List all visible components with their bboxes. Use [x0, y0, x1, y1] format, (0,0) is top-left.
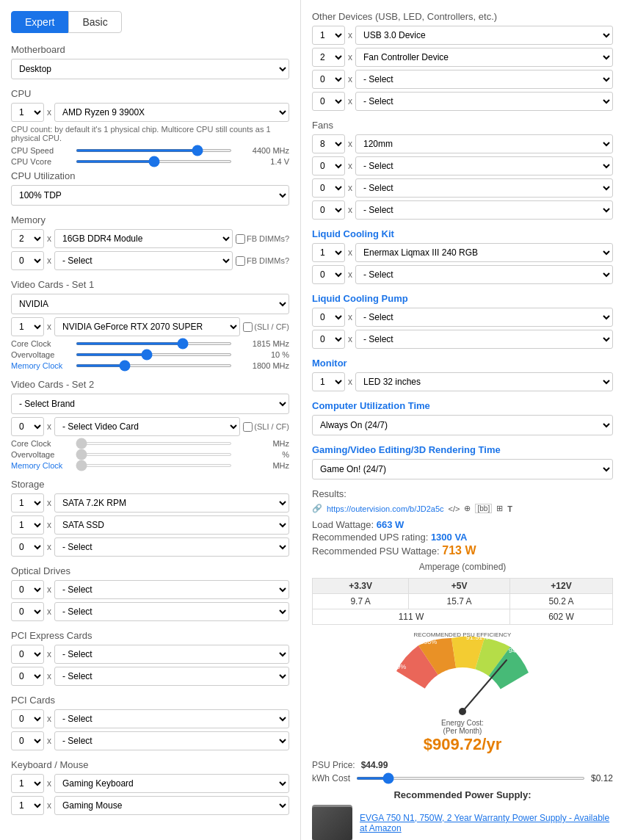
- mem1-qty-select[interactable]: 2: [11, 229, 44, 248]
- fan2-name-select[interactable]: - Select: [355, 156, 613, 175]
- lp1-qty-select[interactable]: 0: [312, 308, 345, 327]
- energy-value: $909.72/yr: [312, 735, 613, 754]
- storage3-name-select[interactable]: - Select: [54, 537, 289, 557]
- other4-name-select[interactable]: - Select: [355, 92, 613, 111]
- cpu-vcore-slider[interactable]: [76, 160, 232, 163]
- video2-sli-checkbox[interactable]: [243, 422, 253, 432]
- keyboard-qty-select[interactable]: 1: [11, 774, 44, 793]
- other4-qty-select[interactable]: 0: [312, 92, 345, 111]
- video1-mem-slider[interactable]: [76, 364, 232, 367]
- keyboard-name-select[interactable]: Gaming Keyboard: [54, 774, 289, 793]
- mem2-fb-checkbox[interactable]: [236, 256, 245, 266]
- video2-ov-slider[interactable]: [76, 453, 232, 456]
- optical-label: Optical Drives: [11, 565, 289, 576]
- gaming-time-label: Gaming/Video Editing/3D Rendering Time: [312, 444, 613, 455]
- other2-row: 2 x Fan Controller Device: [312, 48, 613, 67]
- fan4-name-select[interactable]: - Select: [355, 200, 613, 220]
- liquid-kit-section: Liquid Cooling Kit 1 x Enermax Liqmax II…: [312, 228, 613, 284]
- other3-qty-select[interactable]: 0: [312, 70, 345, 89]
- pcie1-qty-select[interactable]: 0: [11, 645, 44, 664]
- video1-ov-slider[interactable]: [76, 353, 232, 356]
- gaming-time-select[interactable]: Game On! (24/7): [312, 459, 613, 479]
- cpu-qty-select[interactable]: 1: [11, 103, 44, 122]
- fan1-qty-select[interactable]: 8: [312, 134, 345, 153]
- computer-time-select[interactable]: Always On (24/7): [312, 415, 613, 435]
- results-link[interactable]: https://outervision.com/b/JD2a5c: [327, 504, 444, 513]
- optical1-name-select[interactable]: - Select: [54, 580, 289, 599]
- memory-row2: 0 x - Select FB DIMMs?: [11, 251, 289, 270]
- optical1-qty-select[interactable]: 0: [11, 580, 44, 599]
- storage2-name-select[interactable]: SATA SSD: [54, 515, 289, 535]
- pci2-name-select[interactable]: - Select: [54, 731, 289, 750]
- fan3-qty-select[interactable]: 0: [312, 178, 345, 198]
- video1-core-slider[interactable]: [76, 342, 232, 345]
- mouse-qty-select[interactable]: 1: [11, 796, 44, 815]
- psu-link[interactable]: EVGA 750 N1, 750W, 2 Year Warranty Power…: [360, 813, 613, 833]
- cpu-name-select[interactable]: AMD Ryzen 9 3900X: [54, 103, 289, 122]
- lp2-qty-select[interactable]: 0: [312, 330, 345, 349]
- video2-brand-select[interactable]: - Select Brand: [11, 394, 289, 414]
- gaming-time-section: Gaming/Video Editing/3D Rendering Time G…: [312, 444, 613, 479]
- pcie1-name-select[interactable]: - Select: [54, 645, 289, 664]
- ups-row: Recommended UPS rating: 1300 VA: [312, 532, 613, 543]
- pci1-name-select[interactable]: - Select: [54, 709, 289, 728]
- other2-qty-select[interactable]: 2: [312, 48, 345, 67]
- pcie2-name-select[interactable]: - Select: [54, 667, 289, 686]
- lk1-qty-select[interactable]: 1: [312, 243, 345, 262]
- video1-brand-select[interactable]: NVIDIA: [11, 294, 289, 314]
- cpu-speed-slider[interactable]: [76, 149, 232, 152]
- lp2-name-select[interactable]: - Select: [355, 330, 613, 349]
- fan2-qty-select[interactable]: 0: [312, 156, 345, 175]
- storage-row3: 0 x - Select: [11, 537, 289, 557]
- mem1-fb-checkbox[interactable]: [236, 234, 245, 244]
- monitor-qty-select[interactable]: 1: [312, 372, 345, 391]
- video1-sli-checkbox[interactable]: [243, 322, 253, 332]
- video2-name-select[interactable]: - Select Video Card: [54, 417, 240, 436]
- video1-qty-select[interactable]: 1: [11, 317, 44, 336]
- keyboard-label: Keyboard / Mouse: [11, 759, 289, 770]
- optical2-name-select[interactable]: - Select: [54, 602, 289, 621]
- tab-basic[interactable]: Basic: [68, 11, 121, 33]
- rec-psu-label: Recommended Power Supply:: [312, 789, 613, 800]
- cpu-vcore-row: CPU Vcore 1.4 V: [11, 157, 289, 166]
- lk2-name-select[interactable]: - Select: [355, 265, 613, 284]
- monitor-name-select[interactable]: LED 32 inches: [355, 372, 613, 391]
- fan1-name-select[interactable]: 120mm: [355, 134, 613, 153]
- psu-wattage-label: Recommended PSU Wattage:: [312, 546, 440, 557]
- storage1-name-select[interactable]: SATA 7.2K RPM: [54, 493, 289, 513]
- pcie2-qty-select[interactable]: 0: [11, 667, 44, 686]
- video2-mem-slider[interactable]: [76, 464, 232, 467]
- video2-qty-select[interactable]: 0: [11, 417, 44, 436]
- video1-name-select[interactable]: NVIDIA GeForce RTX 2070 SUPER: [54, 317, 240, 336]
- fan4-qty-select[interactable]: 0: [312, 200, 345, 220]
- cpu-util-select[interactable]: 100% TDP: [11, 185, 289, 206]
- col-5v: +5V: [409, 579, 510, 594]
- kwh-slider[interactable]: [356, 777, 585, 780]
- storage3-qty-select[interactable]: 0: [11, 537, 44, 557]
- fan3-name-select[interactable]: - Select: [355, 178, 613, 198]
- mem2-name-select[interactable]: - Select: [54, 251, 233, 270]
- optical2-qty-select[interactable]: 0: [11, 602, 44, 621]
- storage1-qty-select[interactable]: 1: [11, 493, 44, 513]
- pci2-qty-select[interactable]: 0: [11, 731, 44, 750]
- storage2-qty-select[interactable]: 1: [11, 515, 44, 535]
- lk1-name-select[interactable]: Enermax Liqmax III 240 RGB: [355, 243, 613, 262]
- pci1-qty-select[interactable]: 0: [11, 709, 44, 728]
- video2-ov-value: %: [238, 450, 289, 459]
- mouse-name-select[interactable]: Gaming Mouse: [54, 796, 289, 815]
- other2-name-select[interactable]: Fan Controller Device: [355, 48, 613, 67]
- memory-label: Memory: [11, 214, 289, 225]
- other3-name-select[interactable]: - Select: [355, 70, 613, 89]
- motherboard-select[interactable]: Desktop: [11, 59, 289, 79]
- cpu-section: CPU 1 x AMD Ryzen 9 3900X CPU count: by …: [11, 88, 289, 206]
- other1-qty-select[interactable]: 1: [312, 26, 345, 45]
- mem2-qty-select[interactable]: 0: [11, 251, 44, 270]
- video2-core-slider[interactable]: [76, 442, 232, 445]
- other1-name-select[interactable]: USB 3.0 Device: [355, 26, 613, 45]
- mem1-name-select[interactable]: 16GB DDR4 Module: [54, 229, 233, 248]
- video1-mem-row: Memory Clock 1800 MHz: [11, 361, 289, 370]
- pcie-label: PCI Express Cards: [11, 630, 289, 641]
- lp1-name-select[interactable]: - Select: [355, 308, 613, 327]
- lk2-qty-select[interactable]: 0: [312, 265, 345, 284]
- tab-expert[interactable]: Expert: [11, 11, 68, 33]
